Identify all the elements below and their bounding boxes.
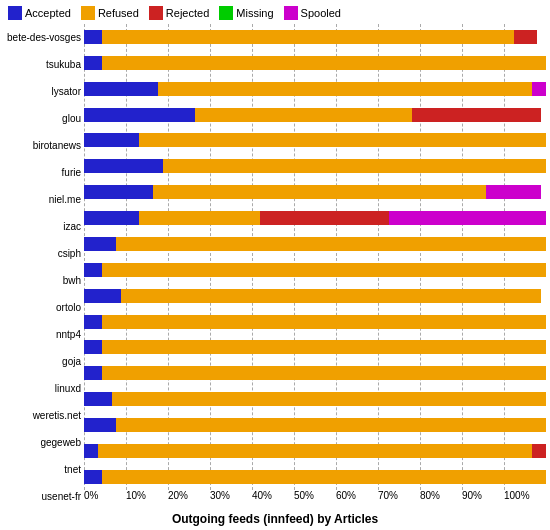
legend-item: Spooled <box>284 6 341 20</box>
bar-row: 844844 <box>84 133 546 147</box>
bar-segment-accepted <box>84 366 102 380</box>
y-label: nntp4 <box>4 330 81 340</box>
x-tick-label: 30% <box>210 490 252 501</box>
bar-segment-accepted <box>84 340 102 354</box>
bar-segment-refused <box>163 159 546 173</box>
y-label: usenet-fr <box>4 492 81 502</box>
bar-segment-accepted <box>84 108 195 122</box>
bar-segment-accepted <box>84 56 102 70</box>
bars-and-grid: 3074274222652265687013003103907844844370… <box>84 24 546 510</box>
legend-label: Rejected <box>166 7 209 19</box>
x-tick-label: 100% <box>504 490 546 501</box>
y-label: weretis.net <box>4 411 81 421</box>
bar-segment-accepted <box>84 211 139 225</box>
legend-label: Refused <box>98 7 139 19</box>
bar-row: 2642212 <box>84 418 546 432</box>
bar-segment-refused <box>121 289 541 303</box>
bar-row: 3382227 <box>84 392 546 406</box>
x-axis-labels: 0%10%20%30%40%50%60%70%80%90%100% <box>84 490 546 510</box>
bar-segment-accepted <box>84 289 121 303</box>
bar-segment-refused <box>195 108 412 122</box>
legend-item: Refused <box>81 6 139 20</box>
bar-segment-rejected <box>260 211 389 225</box>
bar-segment-spooled <box>532 82 546 96</box>
bar-row: 30742742 <box>84 30 546 44</box>
bar-segment-rejected <box>532 444 546 458</box>
bar-segment-refused <box>102 56 546 70</box>
bar-segment-accepted <box>84 418 116 432</box>
legend: AcceptedRefusedRejectedMissingSpooled <box>4 4 546 24</box>
bar-segment-accepted <box>84 159 163 173</box>
x-tick-label: 20% <box>168 490 210 501</box>
y-label: lysator <box>4 87 81 97</box>
bar-segment-refused <box>102 30 513 44</box>
bar-segment-accepted <box>84 315 102 329</box>
bar-segment-refused <box>102 315 546 329</box>
chart-container: AcceptedRefusedRejectedMissingSpooled be… <box>0 0 550 530</box>
legend-item: Rejected <box>149 6 209 20</box>
bar-segment-refused <box>153 185 486 199</box>
bar-segment-refused <box>139 133 546 147</box>
bar-segment-accepted <box>84 30 102 44</box>
chart-title: Outgoing feeds (innfeed) by Articles <box>4 510 546 526</box>
bar-segment-refused <box>112 392 546 406</box>
legend-label: Accepted <box>25 7 71 19</box>
bar-row: 22652265 <box>84 56 546 70</box>
legend-item: Missing <box>219 6 273 20</box>
y-label: gegeweb <box>4 438 81 448</box>
bar-row: 7315207 <box>84 444 546 458</box>
y-label: ortolo <box>4 303 81 313</box>
bar-row: 3308576 <box>84 185 546 199</box>
x-tick-label: 10% <box>126 490 168 501</box>
bar-segment-accepted <box>84 263 102 277</box>
bar-row: 3103907 <box>84 108 546 122</box>
y-label: furie <box>4 168 81 178</box>
bar-segment-refused <box>139 211 259 225</box>
y-label: birotanews <box>4 141 81 151</box>
y-labels: bete-des-vosgestsukubalysatorgloubirotan… <box>4 24 84 510</box>
bar-row: 7201277 <box>84 315 546 329</box>
bar-segment-refused <box>102 366 546 380</box>
x-tick-label: 40% <box>252 490 294 501</box>
bar-segment-refused <box>98 444 532 458</box>
x-tick-label: 60% <box>336 490 378 501</box>
legend-item: Accepted <box>8 6 71 20</box>
bar-segment-refused <box>116 237 546 251</box>
legend-swatch <box>149 6 163 20</box>
bar-segment-accepted <box>84 237 116 251</box>
legend-swatch <box>284 6 298 20</box>
bar-segment-accepted <box>84 185 153 199</box>
bar-segment-refused <box>102 470 546 484</box>
y-label: bete-des-vosges <box>4 33 81 43</box>
x-tick-label: 50% <box>294 490 336 501</box>
bar-row: 3707788 <box>84 159 546 173</box>
bar-segment-spooled <box>486 185 541 199</box>
y-label: glou <box>4 114 81 124</box>
bar-segment-refused <box>158 82 532 96</box>
bar-segment-rejected <box>514 30 537 44</box>
bar-segment-refused <box>102 263 546 277</box>
y-label: niel.me <box>4 195 81 205</box>
y-label: csiph <box>4 249 81 259</box>
y-label: goja <box>4 357 81 367</box>
y-label: tnet <box>4 465 81 475</box>
bar-row: 6542505 <box>84 237 546 251</box>
bar-row: 68701300 <box>84 82 546 96</box>
chart-area: bete-des-vosgestsukubalysatorgloubirotan… <box>4 24 546 510</box>
legend-label: Missing <box>236 7 273 19</box>
bar-segment-spooled <box>389 211 546 225</box>
bar-row: 2829128 <box>84 470 546 484</box>
bar-row: 7300311 <box>84 263 546 277</box>
bar-row: 3485301 <box>84 289 546 303</box>
bar-row: 6264240 <box>84 366 546 380</box>
y-label: bwh <box>4 276 81 286</box>
bar-segment-accepted <box>84 392 112 406</box>
legend-swatch <box>8 6 22 20</box>
x-tick-label: 0% <box>84 490 126 501</box>
bar-segment-accepted <box>84 82 158 96</box>
bar-row: 1288510 <box>84 211 546 225</box>
bar-segment-refused <box>102 340 546 354</box>
bar-segment-accepted <box>84 133 139 147</box>
bar-segment-accepted <box>84 444 98 458</box>
bar-segment-refused <box>116 418 546 432</box>
